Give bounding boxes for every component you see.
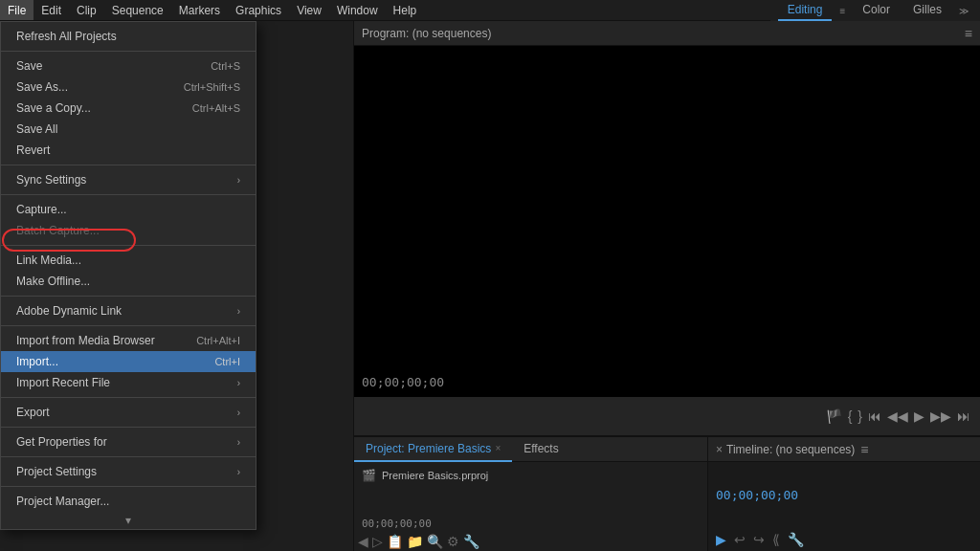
mark-in-btn[interactable]: {	[848, 408, 853, 424]
menu-view[interactable]: View	[289, 0, 329, 20]
menu-scroll-down[interactable]: ▾	[1, 512, 256, 529]
menu-separator-10	[1, 486, 256, 487]
menu-separator-3	[1, 194, 256, 195]
project-ctrl-4[interactable]: 📁	[407, 534, 423, 549]
menu-separator-9	[1, 456, 256, 457]
submenu-arrow-icon: ›	[237, 378, 240, 388]
bottom-area: Project: Premiere Basics × Effects 🎬 Pre…	[354, 436, 980, 551]
menu-item-label: Export	[16, 406, 50, 419]
project-ctrl-3[interactable]: 📋	[387, 534, 403, 549]
menu-view-label: View	[297, 4, 322, 17]
timeline-tool-3[interactable]: ⟪	[772, 532, 780, 547]
menu-item-label: Refresh All Projects	[16, 30, 117, 43]
go-out-btn[interactable]: ⏭	[957, 408, 970, 424]
editing-menu-icon: ≡	[839, 6, 845, 16]
timeline-tool-4[interactable]: 🔧	[788, 532, 804, 547]
menu-item-label: Save As...	[16, 80, 68, 94]
menu-file-label: File	[8, 4, 26, 17]
tab-effects[interactable]: Effects	[512, 437, 569, 462]
submenu-arrow-icon: ›	[237, 306, 240, 317]
menu-item-export[interactable]: Export ›	[1, 402, 256, 423]
menu-item-capture[interactable]: Capture...	[1, 199, 256, 220]
left-panel: Refresh All Projects Save Ctrl+S Save As…	[0, 21, 354, 551]
menu-help[interactable]: Help	[386, 0, 425, 20]
tab-gilles[interactable]: Gilles	[903, 0, 951, 21]
program-monitor-title: Program: (no sequences)	[362, 27, 959, 40]
menu-item-save-as[interactable]: Save As... Ctrl+Shift+S	[1, 77, 256, 98]
go-in-btn[interactable]: ⏮	[868, 408, 881, 424]
menu-item-sync-settings[interactable]: Sync Settings ›	[1, 169, 256, 190]
step-fwd-btn[interactable]: ▶▶	[930, 408, 951, 424]
menu-graphics[interactable]: Graphics	[228, 0, 289, 20]
workspace-expand-icon[interactable]: ≫	[959, 6, 969, 16]
mark-out-btn[interactable]: }	[858, 408, 862, 424]
menu-item-label: Sync Settings	[16, 173, 86, 187]
project-ctrl-1[interactable]: ◀	[358, 534, 368, 549]
menu-edit[interactable]: Edit	[33, 0, 69, 20]
menu-item-project-manager[interactable]: Project Manager...	[1, 491, 256, 512]
tab-editing[interactable]: Editing	[778, 0, 833, 21]
menu-item-import[interactable]: Import... Ctrl+I	[1, 351, 256, 372]
menu-markers[interactable]: Markers	[171, 0, 228, 20]
menu-file[interactable]: File	[0, 0, 33, 20]
menu-item-batch-capture[interactable]: Batch Capture...	[1, 220, 256, 241]
project-ctrl-7[interactable]: 🔧	[463, 534, 479, 549]
project-content: 🎬 Premiere Basics.prproj	[354, 462, 707, 516]
project-ctrl-6[interactable]: ⚙	[447, 534, 459, 549]
timeline-play-btn[interactable]: ▶	[716, 532, 726, 547]
project-ctrl-5[interactable]: 🔍	[427, 534, 443, 549]
tab-project[interactable]: Project: Premiere Basics ×	[354, 437, 512, 462]
project-file-item[interactable]: 🎬 Premiere Basics.prproj	[358, 466, 703, 485]
menu-separator-2	[1, 165, 256, 165]
menu-item-label: Import Recent File	[16, 376, 110, 389]
project-panel-tabs: Project: Premiere Basics × Effects	[354, 437, 707, 462]
play-btn[interactable]: ▶	[914, 408, 924, 424]
menu-window[interactable]: Window	[329, 0, 386, 20]
step-back-btn[interactable]: ◀◀	[887, 408, 908, 424]
menu-item-revert[interactable]: Revert	[1, 140, 256, 161]
timeline-tool-1[interactable]: ↩	[734, 532, 746, 547]
project-file-name: Premiere Basics.prproj	[382, 470, 488, 481]
menu-item-import-from-media-browser[interactable]: Import from Media Browser Ctrl+Alt+I	[1, 330, 256, 351]
menu-item-adobe-dynamic-link[interactable]: Adobe Dynamic Link ›	[1, 300, 256, 321]
menu-item-label: Save	[16, 59, 42, 73]
program-monitor: Program: (no sequences) ≡ 00;00;00;00 🏴 …	[354, 21, 980, 436]
menu-clip[interactable]: Clip	[69, 0, 104, 20]
timeline-content: 00;00;00;00	[708, 462, 980, 528]
menu-item-save[interactable]: Save Ctrl+S	[1, 55, 256, 77]
project-panel: Project: Premiere Basics × Effects 🎬 Pre…	[354, 437, 708, 551]
file-dropdown-menu: Refresh All Projects Save Ctrl+S Save As…	[0, 21, 256, 530]
program-monitor-header: Program: (no sequences) ≡	[354, 21, 980, 46]
menu-item-shortcut: Ctrl+Alt+I	[196, 335, 240, 346]
menu-item-label: Get Properties for	[16, 435, 107, 449]
marker-btn[interactable]: 🏴	[826, 408, 842, 424]
menu-item-label: Link Media...	[16, 253, 81, 267]
timeline-close-icon[interactable]: ×	[716, 443, 723, 456]
menu-item-label: Revert	[16, 143, 50, 157]
timeline-timecode: 00;00;00;00	[716, 488, 798, 502]
menu-item-refresh-all-projects[interactable]: Refresh All Projects	[1, 26, 256, 47]
tab-color[interactable]: Color	[853, 0, 900, 21]
timeline-menu-icon[interactable]: ≡	[860, 442, 868, 457]
menu-help-label: Help	[393, 4, 417, 17]
program-monitor-menu-icon[interactable]: ≡	[965, 26, 972, 41]
menu-item-project-settings[interactable]: Project Settings ›	[1, 461, 256, 482]
project-tab-close-icon[interactable]: ×	[495, 443, 501, 453]
menu-item-link-media[interactable]: Link Media...	[1, 250, 256, 271]
project-ctrl-2[interactable]: ▷	[372, 534, 383, 549]
main-layout: Refresh All Projects Save Ctrl+S Save As…	[0, 21, 980, 551]
menu-item-shortcut: Ctrl+I	[214, 356, 240, 367]
menu-item-save-all[interactable]: Save All	[1, 119, 256, 140]
menu-sequence-label: Sequence	[112, 4, 164, 17]
menu-item-import-recent-file[interactable]: Import Recent File ›	[1, 372, 256, 393]
timeline-title: Timeline: (no sequences)	[726, 443, 855, 456]
menu-sequence[interactable]: Sequence	[104, 0, 171, 20]
menu-item-save-copy[interactable]: Save a Copy... Ctrl+Alt+S	[1, 98, 256, 119]
effects-tab-label: Effects	[523, 442, 558, 455]
menu-separator-8	[1, 427, 256, 428]
menu-item-get-properties-for[interactable]: Get Properties for ›	[1, 431, 256, 452]
menu-separator-5	[1, 296, 256, 297]
program-monitor-timecode: 00;00;00;00	[362, 375, 444, 389]
menu-item-make-offline[interactable]: Make Offline...	[1, 271, 256, 292]
timeline-tool-2[interactable]: ↪	[753, 532, 765, 547]
